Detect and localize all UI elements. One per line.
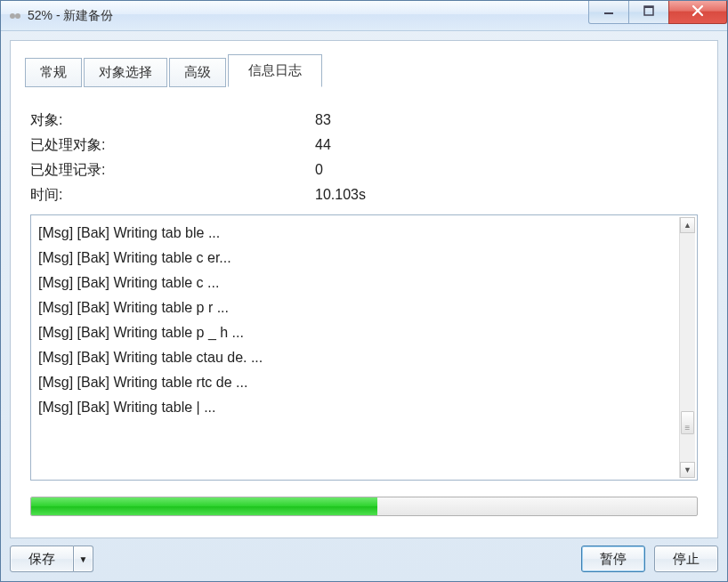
close-icon <box>692 4 704 20</box>
log-line: [Msg] [Bak] Writing table c er... <box>38 246 690 271</box>
progress-bar <box>30 497 698 516</box>
tab-bar: 常规 对象选择 高级 信息日志 <box>25 53 703 86</box>
log-line: [Msg] [Bak] Writing tab ble ... <box>38 221 690 246</box>
scroll-down-button[interactable]: ▼ <box>680 462 695 478</box>
tab-advanced[interactable]: 高级 <box>169 58 226 87</box>
log-line: [Msg] [Bak] Writing table ctau de. ... <box>38 345 690 370</box>
tab-info-log[interactable]: 信息日志 <box>228 54 322 87</box>
close-button[interactable] <box>668 1 727 24</box>
minimize-icon <box>603 5 614 19</box>
stat-time: 时间: 10.103s <box>30 182 698 207</box>
bottom-bar: 保存 ▼ 暂停 停止 <box>10 546 718 572</box>
log-line: [Msg] [Bak] Writing table p r ... <box>38 295 690 320</box>
stat-time-value: 10.103s <box>315 182 698 207</box>
minimize-button[interactable] <box>588 1 629 24</box>
scroll-thumb[interactable] <box>681 411 694 434</box>
window-title: 52% - 新建备份 <box>28 8 113 24</box>
log-box[interactable]: [Msg] [Bak] Writing tab ble ... [Msg] [B… <box>30 214 698 481</box>
log-scrollbar[interactable]: ▲ ▼ <box>679 217 695 478</box>
stat-processed-objects-value: 44 <box>315 133 698 158</box>
stat-processed-records-value: 0 <box>315 158 698 182</box>
log-line: [Msg] [Bak] Writing table | ... <box>38 395 690 420</box>
progress-fill <box>31 497 377 515</box>
svg-point-0 <box>10 13 15 19</box>
stat-processed-records-label: 已处理记录: <box>30 158 315 182</box>
log-line: [Msg] [Bak] Writing table c ... <box>38 271 690 295</box>
stat-processed-records: 已处理记录: 0 <box>30 158 698 182</box>
maximize-button[interactable] <box>628 1 669 24</box>
stop-button[interactable]: 停止 <box>654 546 718 572</box>
stat-objects-value: 83 <box>315 108 698 133</box>
app-icon <box>8 9 22 23</box>
tab-object-select[interactable]: 对象选择 <box>84 58 167 87</box>
titlebar[interactable]: 52% - 新建备份 <box>1 1 727 31</box>
tab-content: 对象: 83 已处理对象: 44 已处理记录: 0 时间: 10.103s [M… <box>25 86 703 521</box>
pause-button[interactable]: 暂停 <box>581 546 645 572</box>
backup-window: 52% - 新建备份 常规 对象选择 <box>0 0 728 582</box>
stat-objects: 对象: 83 <box>30 108 698 133</box>
save-dropdown-button[interactable]: ▼ <box>74 546 93 572</box>
log-line: [Msg] [Bak] Writing table p _ h ... <box>38 320 690 345</box>
stat-objects-label: 对象: <box>30 108 315 133</box>
tab-general[interactable]: 常规 <box>25 58 82 87</box>
scroll-track[interactable] <box>680 233 695 462</box>
maximize-icon <box>643 5 654 19</box>
svg-rect-4 <box>644 6 653 8</box>
svg-point-1 <box>15 13 20 19</box>
svg-rect-2 <box>604 12 613 14</box>
stat-processed-objects: 已处理对象: 44 <box>30 133 698 158</box>
window-buttons <box>589 1 727 24</box>
log-line: [Msg] [Bak] Writing table rtc de ... <box>38 370 690 395</box>
stat-time-label: 时间: <box>30 182 315 207</box>
inner-panel: 常规 对象选择 高级 信息日志 对象: 83 已处理对象: 44 已处理记录: … <box>10 40 718 538</box>
save-split-button: 保存 ▼ <box>10 546 93 572</box>
stat-processed-objects-label: 已处理对象: <box>30 133 315 158</box>
client-area: 常规 对象选择 高级 信息日志 对象: 83 已处理对象: 44 已处理记录: … <box>1 31 727 581</box>
chevron-down-icon: ▼ <box>79 554 88 564</box>
scroll-up-button[interactable]: ▲ <box>680 217 695 233</box>
save-button[interactable]: 保存 <box>10 546 74 572</box>
